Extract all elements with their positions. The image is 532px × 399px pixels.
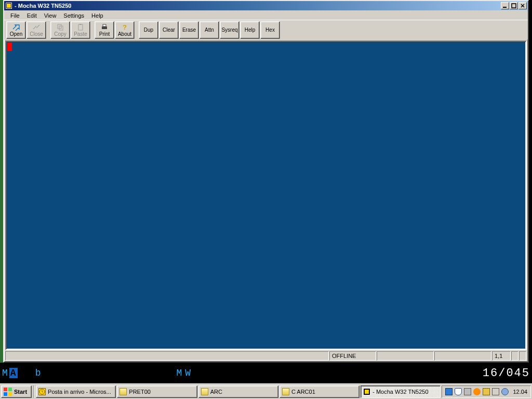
- copy-label: Copy: [54, 31, 66, 37]
- task-label: Posta in arrivo - Micros...: [48, 389, 111, 395]
- question-icon: ?: [121, 23, 129, 31]
- session-indicator-bar: MA b MW 16/045: [0, 363, 532, 383]
- svg-rect-0: [503, 7, 507, 8]
- printer-icon: [100, 23, 109, 31]
- status-cursor-pos: 1,1: [492, 351, 511, 361]
- task-pret00[interactable]: PRET00: [117, 385, 197, 398]
- dup-button[interactable]: Dup: [139, 21, 158, 39]
- menu-edit[interactable]: Edit: [24, 12, 40, 19]
- clear-button[interactable]: Clear: [159, 21, 179, 39]
- about-button[interactable]: ? About: [115, 21, 135, 39]
- toolbar: Open Close Copy Paste: [4, 20, 528, 39]
- task-label: ARC: [210, 389, 222, 395]
- svg-rect-1: [512, 4, 516, 8]
- hex-label: Hex: [265, 27, 275, 33]
- close-label: Close: [30, 31, 43, 37]
- svg-rect-5: [79, 24, 82, 25]
- indicator-b: b: [35, 368, 42, 378]
- maximize-button[interactable]: [510, 2, 518, 9]
- key-icon[interactable]: [483, 388, 490, 395]
- svg-rect-4: [78, 24, 83, 30]
- clear-label: Clear: [163, 27, 175, 33]
- taskbar: Start Posta in arrivo - Micros... PRET00…: [0, 383, 532, 399]
- status-grip1: [511, 351, 518, 361]
- help-label: Help: [245, 27, 256, 33]
- dup-label: Dup: [144, 27, 153, 33]
- clock-icon: [38, 388, 46, 395]
- start-button[interactable]: Start: [1, 385, 32, 398]
- folder-icon: [201, 388, 208, 395]
- folder-icon: [119, 388, 127, 395]
- attn-label: Attn: [205, 27, 214, 33]
- shield-icon[interactable]: [455, 388, 462, 395]
- titlebar[interactable]: - Mocha W32 TN5250: [4, 1, 528, 10]
- taskbar-separator: [33, 385, 34, 398]
- status-grip2[interactable]: [519, 351, 526, 361]
- erase-button[interactable]: Erase: [179, 21, 199, 39]
- indicator-m: M: [2, 368, 8, 378]
- svg-rect-6: [102, 26, 107, 29]
- status-state: OFFLINE: [329, 351, 376, 361]
- svg-text:?: ?: [123, 23, 127, 31]
- erase-label: Erase: [182, 27, 196, 33]
- terminal-screen[interactable]: [7, 43, 525, 348]
- about-label: About: [118, 31, 131, 37]
- folder-icon: [282, 388, 289, 395]
- app-icon: [363, 388, 370, 395]
- app-tray-icon[interactable]: [473, 388, 481, 395]
- taskbar-clock[interactable]: 12.04: [513, 389, 527, 395]
- menu-file[interactable]: File: [7, 12, 23, 19]
- network-icon[interactable]: [445, 388, 453, 395]
- attn-button[interactable]: Attn: [200, 21, 219, 39]
- minimize-button[interactable]: [501, 2, 509, 9]
- close-button[interactable]: [518, 2, 527, 9]
- indicator-mw: MW: [176, 368, 194, 378]
- connect-icon: [12, 23, 20, 31]
- copy-icon: [56, 23, 64, 31]
- paste-label: Paste: [74, 31, 87, 37]
- indicator-a: A: [9, 368, 18, 378]
- terminal-frame: [5, 41, 527, 350]
- system-tray: 12.04: [442, 385, 531, 398]
- task-outlook[interactable]: Posta in arrivo - Micros...: [36, 385, 116, 398]
- app-window: - Mocha W32 TN5250 File Edit View Settin…: [3, 0, 529, 363]
- print-button[interactable]: Print: [95, 21, 114, 39]
- indicator-rowcol: 16/045: [483, 367, 530, 380]
- menu-settings[interactable]: Settings: [60, 12, 87, 19]
- disconnect-icon: [32, 23, 41, 31]
- hex-button[interactable]: Hex: [260, 21, 280, 39]
- task-carc01[interactable]: C ARC01: [280, 385, 360, 398]
- menu-help[interactable]: Help: [88, 12, 107, 19]
- paste-button[interactable]: Paste: [71, 21, 90, 39]
- paste-icon: [76, 23, 85, 31]
- sysreq-label: Sysreq: [221, 27, 237, 33]
- task-mocha[interactable]: - Mocha W32 TN5250: [361, 385, 441, 398]
- globe-icon[interactable]: [501, 388, 509, 395]
- status-spacer: [5, 351, 329, 361]
- device-icon[interactable]: [492, 388, 499, 395]
- svg-rect-7: [103, 24, 106, 26]
- open-label: Open: [10, 31, 22, 37]
- sysreq-button[interactable]: Sysreq: [220, 21, 240, 39]
- windows-logo-icon: [4, 388, 12, 396]
- printer-tray-icon[interactable]: [464, 388, 471, 395]
- statusbar: OFFLINE 1,1: [5, 351, 527, 361]
- terminal-cursor: [7, 43, 12, 51]
- status-empty1: [377, 351, 434, 361]
- task-arc[interactable]: ARC: [198, 385, 278, 398]
- menu-view[interactable]: View: [41, 12, 60, 19]
- app-icon: [5, 2, 12, 9]
- open-button[interactable]: Open: [6, 21, 26, 39]
- task-label: PRET00: [129, 389, 151, 395]
- close-conn-button[interactable]: Close: [26, 21, 46, 39]
- status-empty2: [434, 351, 491, 361]
- task-label: C ARC01: [291, 389, 315, 395]
- task-label: - Mocha W32 TN5250: [373, 389, 428, 395]
- copy-button[interactable]: Copy: [50, 21, 70, 39]
- window-title: - Mocha W32 TN5250: [15, 3, 501, 9]
- print-label: Print: [99, 31, 110, 37]
- help-button[interactable]: Help: [240, 21, 260, 39]
- start-label: Start: [14, 389, 27, 395]
- menubar: File Edit View Settings Help: [4, 10, 528, 20]
